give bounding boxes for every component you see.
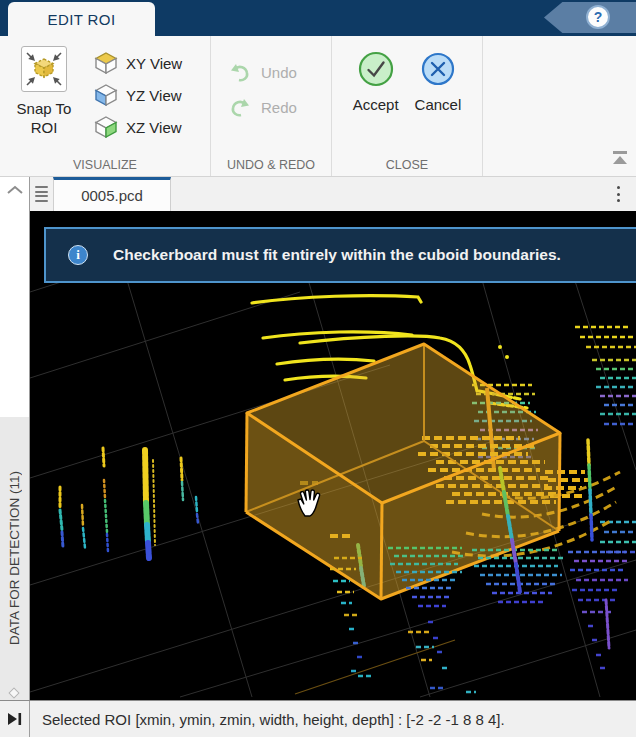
axis-line — [295, 640, 455, 694]
pointcloud-viewport[interactable]: i Checkerboard must fit entirely within … — [30, 211, 636, 700]
file-tab-label: 0005.pcd — [81, 187, 143, 204]
document-column: 0005.pcd i Checkerboard must fit entirel… — [30, 177, 636, 700]
expand-panel-icon[interactable] — [0, 701, 30, 737]
section-label-visualize: VISUALIZE — [0, 158, 210, 172]
snap-to-roi-button[interactable]: Snap To ROI — [0, 36, 88, 176]
xz-view-cube-icon — [94, 116, 118, 138]
xy-view-cube-icon — [94, 52, 118, 74]
snap-to-roi-icon — [21, 46, 67, 92]
section-label-undo-redo: UNDO & REDO — [211, 158, 331, 172]
data-for-detection-tab[interactable]: DATA FOR DETECTION (11) — [0, 417, 29, 700]
edit-roi-tab[interactable]: EDIT ROI — [8, 2, 155, 36]
collapse-ribbon-icon[interactable] — [610, 149, 630, 170]
info-banner: i Checkerboard must fit entirely within … — [44, 227, 636, 283]
kebab-menu-icon[interactable] — [617, 177, 620, 211]
redo-icon — [228, 96, 252, 119]
view-buttons: XY View YZ View XZ Vie — [88, 36, 188, 176]
app-window: EDIT ROI ? — [0, 0, 636, 737]
yz-view-button[interactable]: YZ View — [88, 79, 188, 111]
cancel-label: Cancel — [415, 96, 462, 113]
undo-icon — [228, 61, 252, 84]
xz-view-button[interactable]: XZ View — [88, 111, 188, 143]
edit-roi-tab-label: EDIT ROI — [48, 11, 116, 28]
left-point-streaks — [60, 448, 198, 558]
roi-cuboid[interactable] — [246, 344, 560, 599]
pointcloud-scene[interactable] — [30, 211, 636, 700]
drag-grip-icon[interactable] — [30, 177, 53, 211]
xz-view-label: XZ View — [126, 119, 182, 136]
section-label-close: CLOSE — [332, 158, 482, 172]
ribbon-group-undo-redo: Undo Redo UNDO & REDO — [211, 36, 332, 176]
xy-view-label: XY View — [126, 55, 182, 72]
file-tab-0005pcd[interactable]: 0005.pcd — [53, 177, 171, 211]
xy-view-button[interactable]: XY View — [88, 47, 188, 79]
data-for-detection-label: DATA FOR DETECTION (11) — [7, 471, 22, 645]
accept-icon — [358, 51, 394, 87]
ribbon-toolbar: Snap To ROI XY View — [0, 36, 636, 177]
document-tab-strip: 0005.pcd — [30, 177, 636, 211]
info-banner-text: Checkerboard must fit entirely within th… — [113, 246, 561, 264]
status-bar: Selected ROI [xmin, ymin, zmin, width, h… — [0, 700, 636, 737]
main-area: DATA FOR DETECTION (11) 0005.pcd i Check… — [0, 177, 636, 700]
title-bar: EDIT ROI ? — [0, 0, 636, 36]
ribbon-spacer — [483, 36, 636, 176]
yz-view-cube-icon — [94, 84, 118, 106]
info-icon: i — [68, 245, 88, 265]
cancel-icon — [421, 51, 455, 87]
snap-to-roi-label: Snap To ROI — [17, 99, 72, 137]
undo-button[interactable]: Undo — [228, 61, 331, 84]
selected-roi-text: Selected ROI [xmin, ymin, zmin, width, h… — [42, 711, 505, 728]
collapse-rail-chevron-icon[interactable] — [4, 184, 26, 196]
ribbon-group-visualize: Snap To ROI XY View — [0, 36, 211, 176]
help-icon[interactable]: ? — [586, 5, 610, 29]
yz-view-label: YZ View — [126, 87, 182, 104]
rail-splitter-diamond-icon — [8, 687, 19, 698]
left-rail: DATA FOR DETECTION (11) — [0, 177, 30, 700]
accept-label: Accept — [353, 96, 399, 113]
redo-button[interactable]: Redo — [228, 96, 331, 119]
undo-label: Undo — [261, 64, 297, 81]
redo-label: Redo — [261, 99, 297, 116]
ribbon-group-close: Accept Cancel CLOSE — [332, 36, 483, 176]
